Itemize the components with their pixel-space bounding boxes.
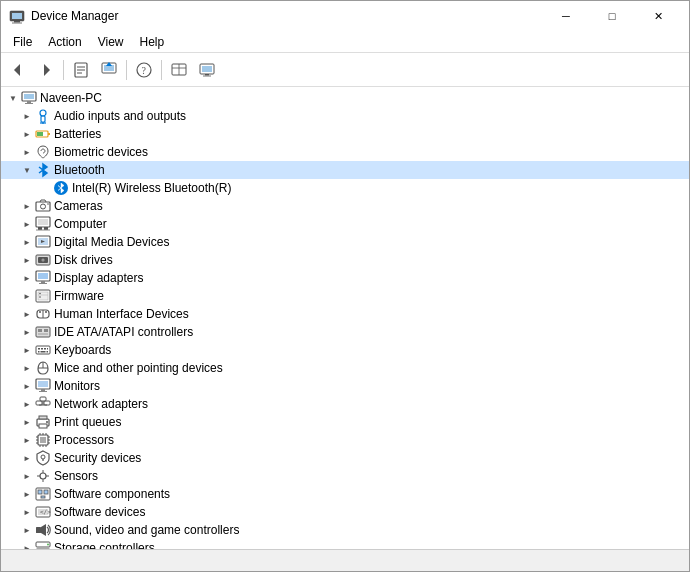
- tree-label: Processors: [54, 433, 114, 447]
- tree-item-computer[interactable]: ►Computer: [1, 215, 689, 233]
- tree-item-software-components[interactable]: ►Software components: [1, 485, 689, 503]
- svg-rect-91: [39, 424, 47, 428]
- tree-expander[interactable]: ►: [19, 522, 35, 538]
- svg-rect-1: [12, 13, 22, 19]
- tree-item-security-devices[interactable]: ►Security devices: [1, 449, 689, 467]
- tree-expander[interactable]: ►: [19, 432, 35, 448]
- menu-action[interactable]: Action: [40, 33, 89, 51]
- tree-expander[interactable]: ►: [19, 396, 35, 412]
- tree-expander[interactable]: ►: [19, 324, 35, 340]
- tree-item-firmware[interactable]: ►Firmware: [1, 287, 689, 305]
- battery-icon: [35, 126, 51, 142]
- svg-rect-85: [44, 401, 50, 405]
- tree-expander[interactable]: ►: [19, 450, 35, 466]
- forward-button[interactable]: [33, 57, 59, 83]
- tree-expander[interactable]: ►: [19, 540, 35, 549]
- tree-label: Batteries: [54, 127, 101, 141]
- update-driver-button[interactable]: [96, 57, 122, 83]
- tree-expander[interactable]: ►: [19, 198, 35, 214]
- toolbar-separator-3: [161, 60, 162, 80]
- tree-item-monitors[interactable]: ►Monitors: [1, 377, 689, 395]
- tree-item-biometric-devices[interactable]: ►Biometric devices: [1, 143, 689, 161]
- tree-expander[interactable]: ▼: [5, 90, 21, 106]
- tree-item-naveen-pc[interactable]: ▼Naveen-PC: [1, 89, 689, 107]
- svg-rect-67: [38, 329, 42, 332]
- tree-label: Biometric devices: [54, 145, 148, 159]
- tree-item-human-interface-devices[interactable]: ►Human Interface Devices: [1, 305, 689, 323]
- tree-expander[interactable]: ►: [19, 234, 35, 250]
- tree-expander[interactable]: ►: [19, 378, 35, 394]
- tree-expander[interactable]: ►: [19, 252, 35, 268]
- tree-item-storage-controllers[interactable]: ►Storage controllers: [1, 539, 689, 549]
- camera-icon: [35, 198, 51, 214]
- tree-item-disk-drives[interactable]: ►Disk drives: [1, 251, 689, 269]
- tree-expander[interactable]: ►: [19, 486, 35, 502]
- view-resources-button[interactable]: [166, 57, 192, 83]
- main-area: ▼Naveen-PC►Audio inputs and outputs►Batt…: [1, 87, 689, 549]
- status-bar: [1, 549, 689, 571]
- tree-item-sound-video-and-game-controllers[interactable]: ►Sound, video and game controllers: [1, 521, 689, 539]
- tree-expander[interactable]: ►: [19, 216, 35, 232]
- tree-label: Audio inputs and outputs: [54, 109, 186, 123]
- menu-file[interactable]: File: [5, 33, 40, 51]
- tree-expander[interactable]: ►: [19, 108, 35, 124]
- tree-expander[interactable]: ►: [19, 360, 35, 376]
- svg-rect-31: [48, 133, 50, 135]
- tree-item-processors[interactable]: ►Processors: [1, 431, 689, 449]
- svg-marker-4: [14, 64, 20, 76]
- svg-rect-84: [36, 401, 42, 405]
- minimize-button[interactable]: ─: [543, 1, 589, 31]
- tree-expander[interactable]: ►: [19, 342, 35, 358]
- svg-rect-73: [44, 348, 46, 350]
- svg-rect-55: [41, 281, 45, 283]
- software-dev-icon: </>: [35, 504, 51, 520]
- window-controls: ─ □ ✕: [543, 1, 681, 31]
- svg-point-65: [45, 311, 47, 313]
- menu-help[interactable]: Help: [132, 33, 173, 51]
- help-button[interactable]: ?: [131, 57, 157, 83]
- ide-icon: [35, 324, 51, 340]
- tree-expander[interactable]: ►: [19, 504, 35, 520]
- tree-item-mice-and-other-pointing-devices[interactable]: ►Mice and other pointing devices: [1, 359, 689, 377]
- tree-item-audio-inputs-and-outputs[interactable]: ►Audio inputs and outputs: [1, 107, 689, 125]
- tree-expander[interactable]: ▼: [19, 162, 35, 178]
- tree-expander[interactable]: ►: [19, 270, 35, 286]
- svg-rect-90: [39, 416, 47, 419]
- tree-item-bluetooth[interactable]: ▼Bluetooth: [1, 161, 689, 179]
- tree-expander[interactable]: ►: [19, 306, 35, 322]
- back-button[interactable]: [5, 57, 31, 83]
- tree-item-digital-media-devices[interactable]: ►Digital Media Devices: [1, 233, 689, 251]
- device-tree[interactable]: ▼Naveen-PC►Audio inputs and outputs►Batt…: [1, 87, 689, 549]
- tree-item-batteries[interactable]: ►Batteries: [1, 125, 689, 143]
- view-monitor-button[interactable]: [194, 57, 220, 83]
- tree-item-display-adapters[interactable]: ►Display adapters: [1, 269, 689, 287]
- tree-item-software-devices[interactable]: ►</>Software devices: [1, 503, 689, 521]
- tree-label: Digital Media Devices: [54, 235, 169, 249]
- tree-item-network-adapters[interactable]: ►Network adapters: [1, 395, 689, 413]
- maximize-button[interactable]: □: [589, 1, 635, 31]
- app-icon: [9, 8, 25, 24]
- svg-rect-117: [41, 496, 45, 498]
- tree-item-ide-ataatapi-controllers[interactable]: ►IDE ATA/ATAPI controllers: [1, 323, 689, 341]
- tree-label: IDE ATA/ATAPI controllers: [54, 325, 193, 339]
- tree-item-cameras[interactable]: ►Cameras: [1, 197, 689, 215]
- svg-point-26: [40, 110, 46, 116]
- tree-item-sensors[interactable]: ►Sensors: [1, 467, 689, 485]
- toolbar: ?: [1, 53, 689, 87]
- tree-label: Keyboards: [54, 343, 111, 357]
- properties-button[interactable]: [68, 57, 94, 83]
- menu-view[interactable]: View: [90, 33, 132, 51]
- tree-item-intelr-wireless-bluetoothr[interactable]: Intel(R) Wireless Bluetooth(R): [1, 179, 689, 197]
- tree-item-print-queues[interactable]: ►Print queues: [1, 413, 689, 431]
- tree-item-keyboards[interactable]: ►Keyboards: [1, 341, 689, 359]
- tree-expander[interactable]: ►: [19, 144, 35, 160]
- close-button[interactable]: ✕: [635, 1, 681, 31]
- tree-expander[interactable]: [37, 180, 53, 196]
- tree-expander[interactable]: ►: [19, 468, 35, 484]
- tree-expander[interactable]: ►: [19, 126, 35, 142]
- svg-rect-45: [36, 230, 50, 231]
- comp-icon: [35, 216, 51, 232]
- tree-label: Intel(R) Wireless Bluetooth(R): [72, 181, 231, 195]
- tree-expander[interactable]: ►: [19, 414, 35, 430]
- tree-expander[interactable]: ►: [19, 288, 35, 304]
